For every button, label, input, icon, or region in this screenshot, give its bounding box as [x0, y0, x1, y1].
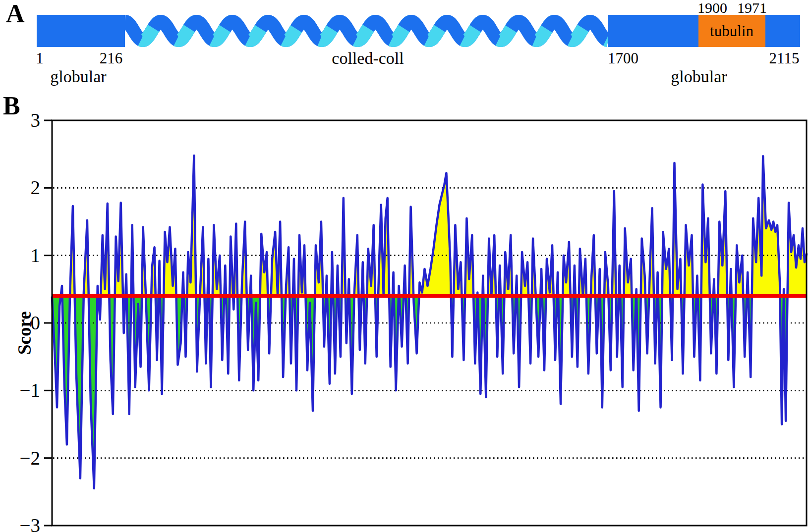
y-tick-label-2: 2	[31, 177, 41, 198]
globular-left-domain-box	[37, 15, 125, 47]
tubulin-end-position: 1971	[737, 0, 767, 15]
y-tick-label--2: −2	[20, 447, 41, 469]
y-tick-label-1: 1	[31, 245, 41, 266]
y-tick-label--3: −3	[20, 515, 41, 532]
globular-right-label: globular	[671, 68, 727, 85]
tubulin-start-position: 1900	[697, 0, 727, 15]
coiled-coil-helix-graphic	[125, 22, 608, 41]
globular-right-start-position: 1700	[608, 51, 638, 66]
y-axis-title: Score	[14, 311, 35, 355]
globular-left-end-position: 216	[100, 51, 123, 66]
score-curve	[52, 156, 807, 488]
sequence-end-position: 2115	[769, 51, 800, 66]
y-tick-label--1: −1	[20, 379, 41, 401]
score-plot-graphic: 3210−1−2−3	[20, 109, 807, 532]
figure-canvas: 3210−1−2−3 A 1900 1971 tubulin 1 216 col…	[0, 0, 810, 532]
panel-a-label: A	[6, 1, 25, 27]
globular-left-label: globular	[50, 68, 106, 85]
sequence-start-position: 1	[36, 51, 44, 66]
y-tick-label-3: 3	[31, 109, 41, 131]
panel-b-label: B	[3, 93, 20, 119]
coiled-coil-label: colled-coll	[332, 50, 404, 67]
tubulin-domain-label: tubulin	[710, 23, 753, 39]
